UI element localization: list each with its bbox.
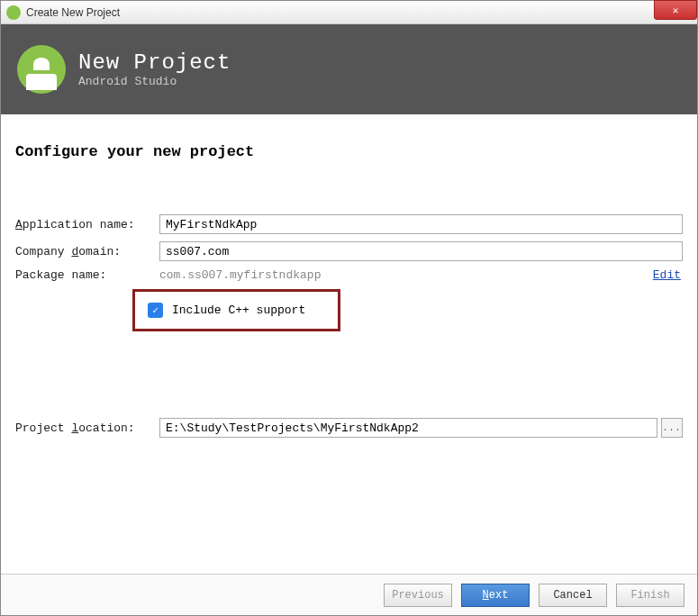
include-cpp-checkbox[interactable]: ✓: [148, 303, 163, 318]
close-button[interactable]: ✕: [654, 0, 697, 20]
cancel-button[interactable]: Cancel: [539, 584, 607, 607]
android-studio-icon: [17, 45, 66, 94]
previous-button[interactable]: Previous: [384, 584, 452, 607]
window-title: Create New Project: [26, 6, 120, 19]
edit-package-link[interactable]: Edit: [653, 268, 681, 282]
browse-button[interactable]: ...: [661, 418, 683, 438]
project-location-label: Project location:: [15, 421, 159, 435]
dialog-window: Create New Project ✕ New Project Android…: [0, 0, 698, 616]
package-name-label: Package name:: [15, 268, 159, 282]
application-name-input[interactable]: [159, 214, 683, 234]
next-button[interactable]: Next: [461, 584, 530, 607]
project-location-input[interactable]: [159, 418, 657, 438]
finish-button[interactable]: Finish: [616, 584, 684, 607]
include-cpp-row[interactable]: ✓ Include C++ support: [132, 289, 340, 331]
application-name-row: Application name:: [15, 214, 683, 234]
titlebar[interactable]: Create New Project ✕: [1, 1, 697, 24]
package-name-row: Package name: com.ss007.myfirstndkapp Ed…: [15, 268, 683, 282]
include-cpp-label: Include C++ support: [172, 303, 305, 317]
header-title: New Project: [78, 50, 231, 75]
section-title: Configure your new project: [15, 143, 683, 160]
header-text: New Project Android Studio: [78, 50, 231, 88]
application-name-label: Application name:: [15, 218, 159, 231]
package-name-value: com.ss007.myfirstndkapp: [159, 268, 653, 282]
wizard-header: New Project Android Studio: [1, 24, 697, 114]
app-icon: [6, 5, 21, 20]
company-domain-label: Company domain:: [15, 245, 159, 258]
company-domain-input[interactable]: [159, 241, 683, 261]
wizard-body: Configure your new project Application n…: [1, 114, 697, 438]
wizard-footer: Previous Next Cancel Finish: [1, 574, 697, 615]
project-location-row: Project location: ...: [15, 418, 683, 438]
company-domain-row: Company domain:: [15, 241, 683, 261]
header-subtitle: Android Studio: [78, 75, 231, 88]
